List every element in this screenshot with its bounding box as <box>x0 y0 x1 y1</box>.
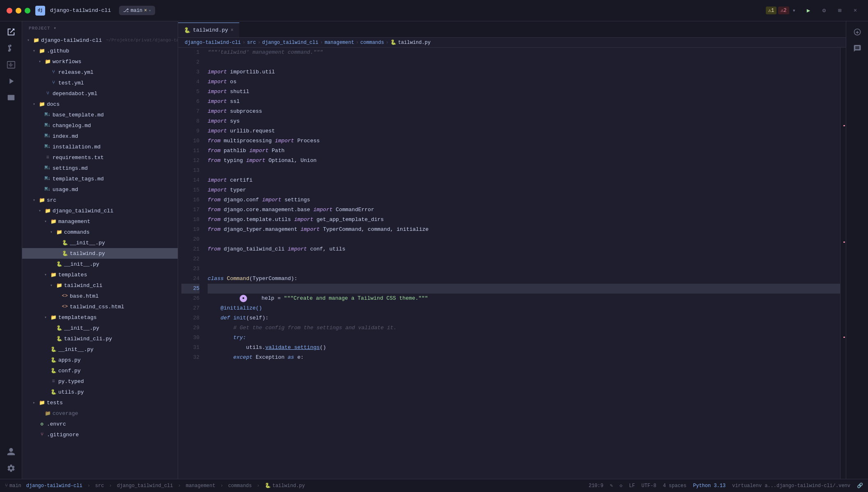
tree-item-dependabot[interactable]: ⑂ dependabot.yml <box>22 88 178 99</box>
md-icon: M↓ <box>44 112 51 118</box>
code-editor: 1 2 3 4 5 6 7 8 9 10 11 12 13 14 15 16 1… <box>178 48 846 479</box>
code-line-14: import certifi <box>208 175 840 185</box>
tree-label: src <box>47 197 56 203</box>
breadcrumb-sep: › <box>258 40 261 46</box>
activity-settings[interactable] <box>4 461 18 476</box>
tree-item-coverage[interactable]: 📁 coverage <box>22 408 178 419</box>
right-panel-ai[interactable] <box>850 41 865 56</box>
tree-label: dependabot.yml <box>53 91 97 97</box>
activity-explorer[interactable] <box>4 25 18 39</box>
breadcrumb-item-pkg[interactable]: django_tailwind_cli <box>262 40 318 46</box>
html-icon: <> <box>62 293 68 299</box>
breadcrumb-item-src[interactable]: src <box>247 40 256 46</box>
maximize-button[interactable] <box>25 8 30 14</box>
tab-tailwind-py[interactable]: 🐍 tailwind.py × <box>178 23 239 37</box>
tree-item-index[interactable]: M↓ index.md <box>22 131 178 141</box>
activity-terminal[interactable] <box>4 90 18 105</box>
tree-item-templatetags[interactable]: 📁 templatetags <box>22 312 178 323</box>
tree-item-usage[interactable]: M↓ usage.md <box>22 184 178 195</box>
tree-item-gitignore[interactable]: ⑂ .gitignore <box>22 429 178 440</box>
layout-button[interactable]: ⊞ <box>834 5 846 17</box>
tree-item-docs[interactable]: 📁 docs <box>22 99 178 109</box>
md-icon: M↓ <box>44 144 51 150</box>
tree-item-root[interactable]: 📁 django-tailwind-cli ~/Projekte/privat/… <box>22 35 178 46</box>
code-line-15: import typer <box>208 185 840 195</box>
tree-item-template-tags-md[interactable]: M↓ template_tags.md <box>22 173 178 184</box>
branch-name: main <box>9 483 21 489</box>
code-line-6: import ssl <box>208 97 840 107</box>
code-content[interactable]: """'tailwind' management command.""" imp… <box>203 48 840 479</box>
titlebar: dj django-tailwind-cli ⎇ main × ▾ ⚠1 ⚠2 … <box>0 0 868 21</box>
tree-item-commands[interactable]: 📁 commands <box>22 227 178 237</box>
tree-item-templates[interactable]: 📁 templates <box>22 269 178 280</box>
tree-label: django_tailwind_cli <box>53 208 113 214</box>
tab-close-button[interactable]: × <box>231 27 234 33</box>
breadcrumb-sep: › <box>320 40 323 46</box>
tree-item-tailwind-cli-py[interactable]: 🐍 tailwind_cli.py <box>22 333 178 344</box>
right-panel-extensions[interactable] <box>850 25 865 39</box>
tree-item-envrc[interactable]: ⚙ .envrc <box>22 419 178 429</box>
folder-icon: 📁 <box>50 314 57 321</box>
close-window-button[interactable]: × <box>849 5 861 17</box>
tree-item-installation[interactable]: M↓ installation.md <box>22 141 178 152</box>
code-line-25: ● help = """Create and manage a Tailwind… <box>208 284 840 294</box>
tree-item-settings[interactable]: M↓ settings.md <box>22 163 178 173</box>
breadcrumb-item-root[interactable]: django-tailwind-cli <box>185 40 241 46</box>
tree-label: release.yml <box>58 69 94 75</box>
activity-extensions[interactable] <box>4 57 18 72</box>
tree-item-py-typed[interactable]: ≡ py.typed <box>22 376 178 387</box>
folder-icon: 📁 <box>56 229 62 235</box>
scrollbar-track[interactable] <box>840 48 846 479</box>
project-icon: dj <box>35 6 45 16</box>
tree-item-release-yml[interactable]: ⑂ release.yml <box>22 67 178 77</box>
tree-item-tailwind-cli-folder[interactable]: 📁 tailwind_cli <box>22 280 178 291</box>
python-icon: 🐍 <box>56 325 62 331</box>
folder-icon: 📁 <box>33 37 39 43</box>
tree-item-apps[interactable]: 🐍 apps.py <box>22 355 178 365</box>
breadcrumb-item-management[interactable]: management <box>325 40 354 46</box>
breadcrumb-sep: › <box>356 40 359 46</box>
tree-item-tests[interactable]: 📁 tests <box>22 397 178 408</box>
git-icon: ⑂ <box>44 90 51 97</box>
tree-item-commands-init[interactable]: 🐍 __init__.py <box>22 237 178 248</box>
folder-icon: 📁 <box>50 271 57 278</box>
tree-item-workflows[interactable]: 📁 workflows <box>22 56 178 67</box>
minimize-button[interactable] <box>16 8 21 14</box>
sidebar-tree: 📁 django-tailwind-cli ~/Projekte/privat/… <box>22 35 178 479</box>
tree-item-test-yml[interactable]: ⑂ test.yml <box>22 77 178 88</box>
tree-label: utils.py <box>58 389 84 395</box>
tree-item-src[interactable]: 📁 src <box>22 195 178 205</box>
tree-label: apps.py <box>58 357 81 363</box>
tree-item-templatetags-init[interactable]: 🐍 __init__.py <box>22 323 178 333</box>
tree-item-management-init[interactable]: 🐍 __init__.py <box>22 259 178 269</box>
tree-item-tailwind-py[interactable]: 🐍 tailwind.py <box>22 248 178 259</box>
status-sep1: › <box>87 483 90 489</box>
status-project: django-tailwind-cli <box>26 483 82 489</box>
activity-source-control[interactable] <box>4 41 18 56</box>
tree-item-tailwind-css-html[interactable]: <> tailwind_css.html <box>22 301 178 312</box>
code-line-28: def init(self): <box>208 313 840 323</box>
chevron-icon <box>48 229 54 235</box>
tree-item-management[interactable]: 📁 management <box>22 216 178 227</box>
code-line-23 <box>208 264 840 274</box>
tree-item-requirements[interactable]: ≡ requirements.txt <box>22 152 178 163</box>
tree-item-utils[interactable]: 🐍 utils.py <box>22 387 178 397</box>
tree-item-pkg-init[interactable]: 🐍 __init__.py <box>22 344 178 355</box>
branch-button[interactable]: ⎇ main × ▾ <box>119 6 155 15</box>
tree-item-base-template[interactable]: M↓ base_template.md <box>22 109 178 120</box>
activity-account[interactable] <box>4 444 18 459</box>
tree-item-base-html[interactable]: <> base.html <box>22 291 178 301</box>
chevron-icon <box>43 314 48 320</box>
breadcrumb-item-commands[interactable]: commands <box>360 40 384 46</box>
tree-item-github[interactable]: 📁 .github <box>22 46 178 56</box>
tree-item-django-tailwind-cli-pkg[interactable]: 📁 django_tailwind_cli <box>22 205 178 216</box>
tree-item-changelog[interactable]: M↓ changelog.md <box>22 120 178 131</box>
settings-button[interactable]: ⚙ <box>818 5 830 17</box>
close-button[interactable] <box>7 8 12 14</box>
git-branch[interactable]: ⑂ main <box>5 483 21 489</box>
status-encoding-icon: ◇ <box>619 483 622 489</box>
run-button[interactable]: ▶ <box>802 5 815 17</box>
activity-run[interactable] <box>4 74 18 89</box>
status-file: 🐍 tailwind.py <box>265 483 305 489</box>
tree-item-conf[interactable]: 🐍 conf.py <box>22 365 178 376</box>
